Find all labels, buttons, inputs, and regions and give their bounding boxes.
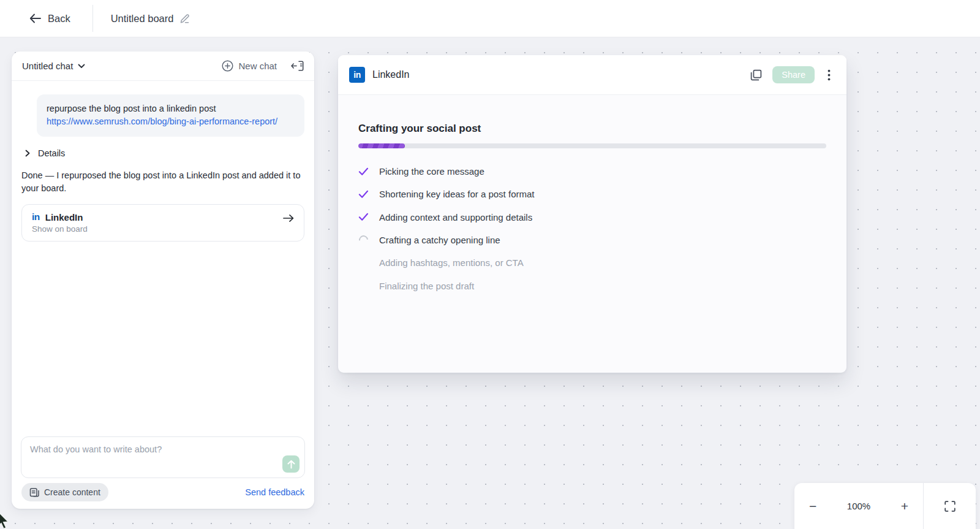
step-label: Finalizing the post draft xyxy=(379,281,474,291)
chat-header: Untitled chat New chat xyxy=(12,51,314,81)
progress-step: Crafting a catchy opening line xyxy=(358,229,826,251)
fullscreen-button[interactable] xyxy=(924,483,976,529)
check-icon xyxy=(358,213,369,221)
chat-panel: Untitled chat New chat repurpose xyxy=(12,51,314,509)
fullscreen-icon xyxy=(944,501,956,512)
linkedin-artifact-card[interactable]: in LinkedIn Show on board xyxy=(21,204,304,242)
progress-step: Adding context and supporting details xyxy=(358,206,826,229)
step-label: Crafting a catchy opening line xyxy=(379,235,500,245)
new-chat-button[interactable]: New chat xyxy=(222,60,277,72)
zoom-in-button[interactable]: + xyxy=(901,500,908,512)
board-canvas[interactable]: Untitled chat New chat repurpose xyxy=(0,37,980,529)
create-content-button[interactable]: Create content xyxy=(21,483,108,501)
board-title: Untitled board xyxy=(111,13,174,25)
progress-step: Finalizing the post draft xyxy=(358,274,826,297)
linkedin-logo-icon: in xyxy=(32,211,40,223)
chevron-down-icon xyxy=(78,64,85,69)
plus-circle-icon xyxy=(222,60,233,72)
collapse-panel-icon[interactable] xyxy=(291,61,304,71)
top-bar: Back Untitled board xyxy=(0,0,980,37)
user-message-bubble: repurpose the blog post into a linkedin … xyxy=(37,94,304,137)
linkedin-board-card[interactable]: in LinkedIn Share Crafting your social p… xyxy=(338,55,846,373)
progress-step: Picking the core message xyxy=(358,160,826,183)
board-title-group: Untitled board xyxy=(111,13,191,25)
share-button[interactable]: Share xyxy=(772,66,815,83)
step-label: Shortening key ideas for a post format xyxy=(379,189,534,199)
back-button[interactable]: Back xyxy=(29,13,70,25)
arrow-right-icon xyxy=(283,214,294,223)
document-lines-icon xyxy=(29,487,40,498)
chat-composer xyxy=(21,436,305,478)
user-message-text: repurpose the blog post into a linkedin … xyxy=(47,102,295,115)
spinner-icon xyxy=(358,235,369,245)
kebab-menu-icon[interactable] xyxy=(827,69,831,81)
topbar-divider xyxy=(92,5,93,32)
new-chat-label: New chat xyxy=(238,61,277,71)
progress-step: Adding hashtags, mentions, or CTA xyxy=(358,251,826,274)
user-message-link[interactable]: https://www.semrush.com/blog/bing-ai-per… xyxy=(47,116,277,126)
details-toggle[interactable]: Details xyxy=(25,148,304,158)
chat-input[interactable] xyxy=(21,437,304,478)
chat-footer: Create content Send feedback xyxy=(12,478,314,509)
send-button[interactable] xyxy=(282,455,300,473)
artifact-subtitle: Show on board xyxy=(32,224,294,234)
step-label: Adding hashtags, mentions, or CTA xyxy=(379,257,524,268)
chevron-right-icon xyxy=(25,150,30,157)
arrow-up-icon xyxy=(287,460,295,469)
assistant-message: Done — I repurposed the blog post into a… xyxy=(21,169,304,195)
duplicate-icon[interactable] xyxy=(750,69,762,81)
create-content-label: Create content xyxy=(44,487,100,497)
back-label: Back xyxy=(48,13,70,25)
zoom-controls: − 100% + xyxy=(794,483,976,529)
card-header: in LinkedIn Share xyxy=(338,55,846,95)
progress-fill xyxy=(358,143,405,148)
back-arrow-icon xyxy=(29,13,41,23)
edit-pencil-icon[interactable] xyxy=(179,13,190,24)
mouse-cursor xyxy=(0,512,12,529)
artifact-title: LinkedIn xyxy=(45,212,83,223)
progress-heading: Crafting your social post xyxy=(358,123,826,135)
progress-step: Shortening key ideas for a post format xyxy=(358,183,826,205)
check-icon xyxy=(358,190,369,199)
progress-steps: Picking the core messageShortening key i… xyxy=(358,160,826,297)
chat-title-dropdown[interactable]: Untitled chat xyxy=(22,61,85,71)
card-title: LinkedIn xyxy=(372,69,410,80)
zoom-level: 100% xyxy=(847,501,870,511)
progress-bar xyxy=(358,143,826,148)
step-label: Adding context and supporting details xyxy=(379,212,532,223)
step-label: Picking the core message xyxy=(379,166,484,177)
linkedin-badge-icon: in xyxy=(349,67,365,83)
zoom-out-button[interactable]: − xyxy=(809,500,816,512)
details-label: Details xyxy=(38,148,65,158)
chat-messages: repurpose the blog post into a linkedin … xyxy=(12,81,314,436)
card-body: Crafting your social post Picking the co… xyxy=(338,95,846,297)
chat-title: Untitled chat xyxy=(22,61,73,71)
check-icon xyxy=(358,167,369,176)
send-feedback-link[interactable]: Send feedback xyxy=(245,487,304,497)
